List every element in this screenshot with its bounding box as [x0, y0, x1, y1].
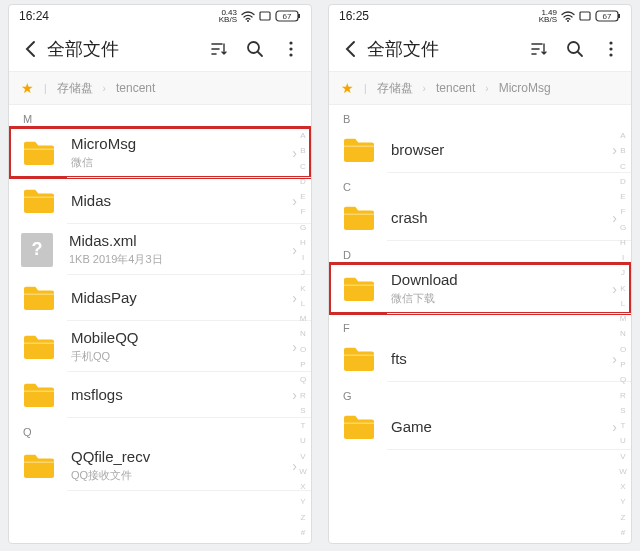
- chevron-right-icon: ›: [610, 142, 619, 158]
- item-subtitle: 微信: [71, 155, 290, 170]
- more-button[interactable]: [601, 39, 621, 59]
- breadcrumb-item[interactable]: 存储盘: [57, 80, 93, 97]
- list-item[interactable]: MicroMsg微信›: [9, 127, 311, 178]
- status-bar: 16:251.49KB/S67: [329, 5, 631, 27]
- search-button[interactable]: [565, 39, 585, 59]
- alpha-letter[interactable]: Y: [617, 497, 629, 506]
- section-label: B: [329, 105, 631, 127]
- alpha-letter[interactable]: Z: [617, 513, 629, 522]
- item-title: QQfile_recv: [71, 448, 290, 466]
- folder-icon: [21, 186, 57, 216]
- folder-icon: [341, 344, 377, 374]
- list-item[interactable]: msflogs›: [9, 372, 311, 418]
- list-item[interactable]: browser›: [329, 127, 631, 173]
- alpha-letter[interactable]: V: [617, 452, 629, 461]
- svg-point-0: [247, 20, 249, 22]
- chevron-right-icon: ›: [103, 83, 106, 94]
- title-bar: 全部文件: [329, 27, 631, 71]
- svg-point-9: [567, 20, 569, 22]
- item-title: Game: [391, 418, 610, 436]
- status-time: 16:24: [19, 9, 49, 23]
- file-list[interactable]: MMicroMsg微信›Midas›?Midas.xml1KB 2019年4月3…: [9, 105, 311, 543]
- breadcrumb[interactable]: ★|存储盘›tencent›MicroMsg: [329, 71, 631, 105]
- section-label: M: [9, 105, 311, 127]
- svg-rect-3: [298, 14, 300, 18]
- folder-icon: [341, 412, 377, 442]
- breadcrumb-item[interactable]: MicroMsg: [499, 81, 551, 95]
- svg-rect-12: [618, 14, 620, 18]
- list-item[interactable]: Download微信下载›: [329, 263, 631, 314]
- more-button[interactable]: [281, 39, 301, 59]
- sort-button[interactable]: [529, 39, 549, 59]
- svg-rect-10: [580, 12, 590, 20]
- chevron-right-icon: ›: [610, 281, 619, 297]
- list-item[interactable]: fts›: [329, 336, 631, 382]
- file-icon: ?: [21, 233, 53, 267]
- folder-icon: [21, 380, 57, 410]
- alpha-letter[interactable]: #: [297, 528, 309, 537]
- file-list[interactable]: Bbrowser›Ccrash›DDownload微信下载›Ffts›GGame…: [329, 105, 631, 543]
- list-item[interactable]: Game›: [329, 404, 631, 450]
- phone-screen: 16:240.43KB/S67全部文件★|存储盘›tencentMMicroMs…: [8, 4, 312, 544]
- battery-icon: 67: [595, 10, 621, 22]
- item-title: Midas: [71, 192, 290, 210]
- breadcrumb-item[interactable]: tencent: [116, 81, 155, 95]
- list-item[interactable]: ?Midas.xml1KB 2019年4月3日›: [9, 224, 311, 275]
- alpha-letter[interactable]: #: [617, 528, 629, 537]
- battery-icon: 67: [275, 10, 301, 22]
- list-item[interactable]: Midas›: [9, 178, 311, 224]
- status-time: 16:25: [339, 9, 369, 23]
- wifi-icon: [241, 11, 255, 22]
- screen-icon: [579, 11, 591, 21]
- folder-icon: [341, 135, 377, 165]
- item-title: MicroMsg: [71, 135, 290, 153]
- chevron-right-icon: ›: [290, 242, 299, 258]
- alpha-letter[interactable]: X: [617, 482, 629, 491]
- sort-button[interactable]: [209, 39, 229, 59]
- item-title: Midas.xml: [69, 232, 290, 250]
- breadcrumb-item[interactable]: tencent: [436, 81, 475, 95]
- svg-point-8: [289, 53, 292, 56]
- item-subtitle: QQ接收文件: [71, 468, 290, 483]
- back-button[interactable]: [17, 40, 45, 58]
- svg-text:67: 67: [283, 12, 292, 21]
- section-label: G: [329, 382, 631, 404]
- item-subtitle: 1KB 2019年4月3日: [69, 252, 290, 267]
- svg-text:67: 67: [603, 12, 612, 21]
- status-net: 1.49KB/S: [539, 9, 557, 23]
- folder-icon: [21, 283, 57, 313]
- search-button[interactable]: [245, 39, 265, 59]
- alpha-letter[interactable]: Y: [297, 497, 309, 506]
- svg-point-16: [609, 47, 612, 50]
- svg-rect-1: [260, 12, 270, 20]
- folder-icon: [21, 451, 57, 481]
- breadcrumb[interactable]: ★|存储盘›tencent: [9, 71, 311, 105]
- list-item[interactable]: MobileQQ手机QQ›: [9, 321, 311, 372]
- status-net: 0.43KB/S: [219, 9, 237, 23]
- list-item[interactable]: crash›: [329, 195, 631, 241]
- star-icon: ★: [341, 80, 354, 96]
- item-subtitle: 微信下载: [391, 291, 610, 306]
- chevron-right-icon: ›: [290, 193, 299, 209]
- chevron-right-icon: ›: [485, 83, 488, 94]
- star-icon: ★: [21, 80, 34, 96]
- list-item[interactable]: MidasPay›: [9, 275, 311, 321]
- page-title: 全部文件: [365, 37, 529, 61]
- alpha-letter[interactable]: Z: [297, 513, 309, 522]
- back-button[interactable]: [337, 40, 365, 58]
- svg-point-14: [568, 42, 579, 53]
- chevron-right-icon: ›: [610, 351, 619, 367]
- folder-icon: [341, 274, 377, 304]
- screen-icon: [259, 11, 271, 21]
- list-item[interactable]: QQfile_recvQQ接收文件›: [9, 440, 311, 491]
- item-title: msflogs: [71, 386, 290, 404]
- alpha-letter[interactable]: W: [617, 467, 629, 476]
- section-label: Q: [9, 418, 311, 440]
- item-title: crash: [391, 209, 610, 227]
- breadcrumb-item[interactable]: 存储盘: [377, 80, 413, 97]
- item-title: Download: [391, 271, 610, 289]
- item-title: fts: [391, 350, 610, 368]
- item-title: MidasPay: [71, 289, 290, 307]
- folder-icon: [21, 138, 57, 168]
- chevron-right-icon: ›: [290, 339, 299, 355]
